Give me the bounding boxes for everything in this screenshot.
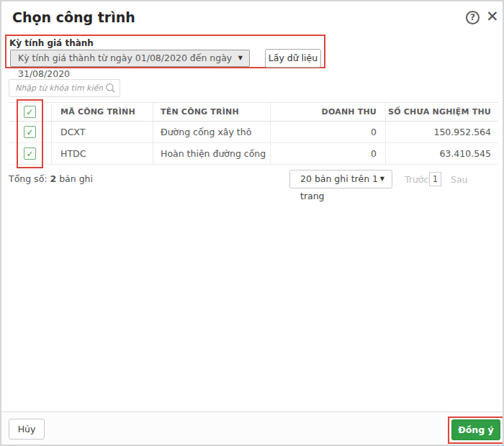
cell-code: HTDC [51,143,153,164]
column-header-revenue[interactable]: DOANH THU [270,103,385,121]
column-header-unaccepted[interactable]: SỐ CHƯA NGHIỆM THU [385,103,498,121]
period-dropdown-value: Kỳ tính giá thành từ ngày 01/08/2020 đến… [18,53,232,79]
column-header-name[interactable]: TÊN CÔNG TRÌNH [153,103,270,121]
choose-project-dialog: Chọn công trình ? ✕ Kỳ tính giá thành Kỳ… [0,0,504,446]
total-prefix: Tổng số: [9,173,48,184]
row-checkbox[interactable]: ✓ [24,126,36,138]
checkmark-icon: ✓ [26,150,33,158]
close-icon[interactable]: ✕ [486,8,499,25]
pagination-prev[interactable]: Trước [405,174,428,185]
projects-table: ✓ MÃ CÔNG TRÌNH TÊN CÔNG TRÌNH DOANH THU… [9,102,498,165]
page-size-dropdown[interactable]: 20 bản ghi trên 1 trang ▼ [289,170,392,188]
page-size-value: 20 bản ghi trên 1 trang [300,173,378,201]
page-title: Chọn công trình [12,9,135,25]
pagination-current-page[interactable]: 1 [429,172,441,186]
total-suffix: bản ghi [56,173,93,184]
help-icon[interactable]: ? [466,11,480,24]
chevron-down-icon: ▼ [238,50,243,66]
cell-name: Đường cống xây thô [153,122,270,142]
row-checkbox[interactable]: ✓ [24,147,36,160]
table-row[interactable]: ✓ HTDC Hoàn thiện đường cống 0 63.410.54… [9,143,498,165]
checkmark-icon: ✓ [26,128,33,137]
fetch-data-button[interactable]: Lấy dữ liệu [265,49,321,68]
total-count: 2 [50,173,56,184]
table-row[interactable]: ✓ DCXT Đường cống xây thô 0 150.952.564 [9,122,498,143]
total-records-label: Tổng số: 2 bản ghi [9,173,93,184]
chevron-down-icon: ▼ [380,170,384,188]
cell-revenue: 0 [270,143,385,164]
table-header-row: ✓ MÃ CÔNG TRÌNH TÊN CÔNG TRÌNH DOANH THU… [9,102,498,122]
search-input[interactable] [9,80,103,96]
period-dropdown[interactable]: Kỳ tính giá thành từ ngày 01/08/2020 đến… [10,50,250,67]
period-label: Kỳ tính giá thành [9,38,94,48]
cell-code: DCXT [51,122,153,142]
cell-name: Hoàn thiện đường cống [153,143,270,164]
pagination-next[interactable]: Sau [451,174,468,185]
search-icon[interactable] [105,83,116,96]
footer-bar [1,412,504,446]
confirm-button[interactable]: Đồng ý [451,419,500,440]
cancel-button[interactable]: Hủy [9,419,45,440]
column-header-code[interactable]: MÃ CÔNG TRÌNH [51,103,153,121]
cell-unaccepted: 63.410.545 [385,143,498,164]
cell-unaccepted: 150.952.564 [385,122,498,142]
checkmark-icon: ✓ [26,108,33,117]
search-box [9,79,120,97]
select-all-checkbox[interactable]: ✓ [24,106,36,118]
cell-revenue: 0 [270,122,385,142]
